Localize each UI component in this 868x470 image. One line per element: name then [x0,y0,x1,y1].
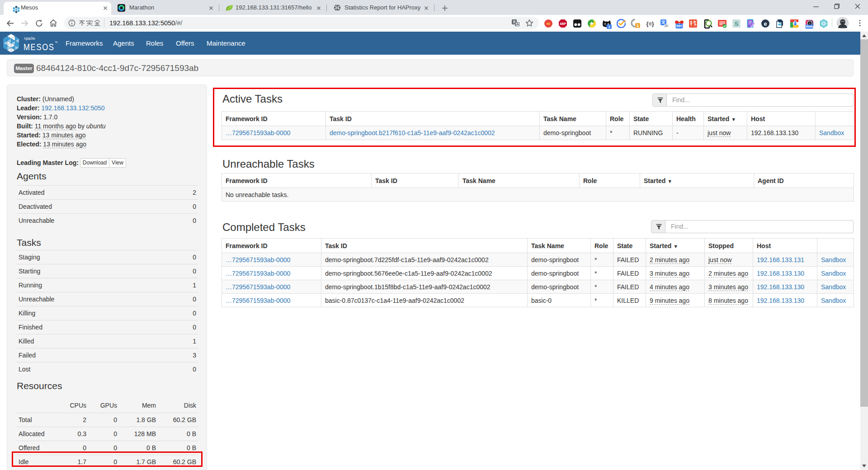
svg-text:S: S [734,20,738,27]
svg-text:1: 1 [637,24,639,28]
svg-text:e: e [764,21,767,27]
svg-text:99+: 99+ [676,24,683,28]
svg-text:New: New [806,24,813,28]
svg-text:∞: ∞ [547,20,551,27]
svg-text:{≡}: {≡} [646,21,654,27]
svg-text:ABP: ABP [560,22,566,25]
svg-text:1: 1 [608,25,610,29]
